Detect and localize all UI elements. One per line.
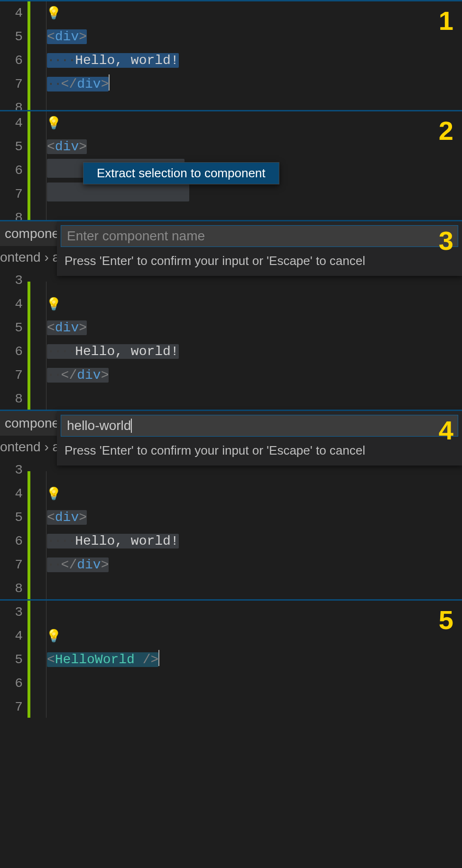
panel-step-1: 1 4 5 6 7 8 💡 <div> ····Hello, world! ··… (0, 0, 462, 110)
line-number-gutter: 3 4 5 6 7 8 (0, 458, 28, 599)
panel-step-2: 2 4 5 6 7 8 💡 <div> Extract selection to… (0, 110, 462, 220)
editor-tab[interactable]: compone (0, 411, 57, 436)
quickfix-item-extract[interactable]: Extract selection to component (83, 163, 279, 184)
prompt-hint: Press 'Enter' to confirm your input or '… (57, 249, 462, 276)
breadcrumb[interactable]: ontend › a (0, 246, 57, 269)
code-area[interactable]: <div> ····Hello, world! ··</div> (30, 1, 462, 110)
step-number: 3 (439, 225, 453, 256)
panel-step-3: 3 compone ontend › a Enter component nam… (0, 220, 462, 410)
breadcrumb[interactable]: ontend › a (0, 436, 57, 458)
line-number-gutter: 3 4 5 6 7 8 (0, 269, 28, 410)
component-name-prompt: hello-world Press 'Enter' to confirm you… (57, 411, 462, 466)
panel-step-5: 5 3 4 5 6 7 💡 <HelloWorld /> (0, 599, 462, 718)
code-area[interactable]: <div> ····Hello, world! ··</div> (30, 458, 462, 599)
quickfix-popup: Extract selection to component (83, 162, 279, 184)
line-number-gutter: 4 5 6 7 8 (0, 1, 28, 110)
component-name-input[interactable]: Enter component name (61, 225, 458, 247)
editor-tab[interactable]: compone (0, 221, 57, 246)
component-name-input[interactable]: hello-world (61, 415, 458, 437)
component-name-prompt: Enter component name Press 'Enter' to co… (57, 221, 462, 276)
panel-step-4: 4 compone ontend › a hello-world Press '… (0, 410, 462, 599)
prompt-hint: Press 'Enter' to confirm your input or '… (57, 439, 462, 466)
line-number-gutter: 3 4 5 6 7 (0, 601, 28, 718)
line-number-gutter: 4 5 6 7 8 (0, 111, 28, 220)
code-area[interactable]: <HelloWorld /> (30, 601, 462, 718)
step-number: 4 (439, 415, 453, 446)
code-area[interactable]: <div> ····Hello, world! ··</div> (30, 269, 462, 410)
